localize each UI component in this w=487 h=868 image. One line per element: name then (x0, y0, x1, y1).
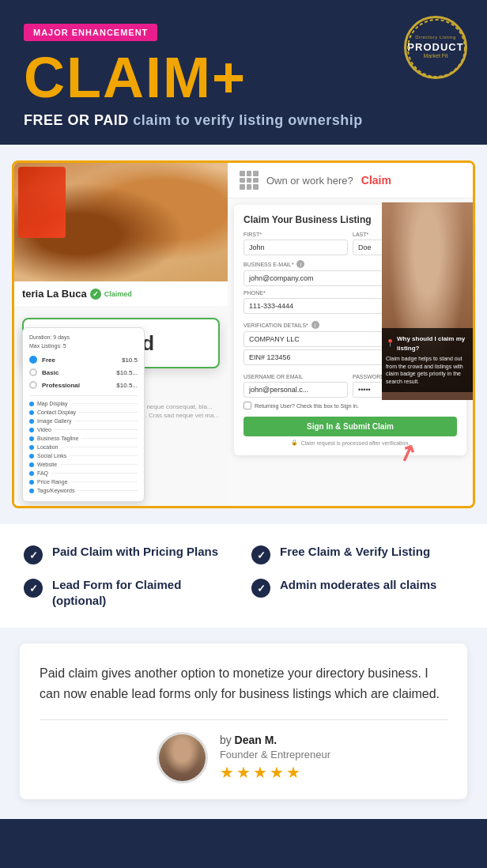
star-2: ★ (236, 763, 251, 782)
star-rating: ★ ★ ★ ★ ★ (220, 763, 330, 782)
pricing-row-basic: Basic $10.5... (29, 366, 138, 379)
listing-image (14, 163, 228, 281)
username-group: USERNAME OR EMAIL (244, 374, 348, 398)
submit-claim-button[interactable]: Sign In & Submit Claim (244, 417, 457, 436)
feature-faq: FAQ (29, 469, 138, 477)
why-claim-title: 📍 Why should I claim my listing? (386, 334, 466, 352)
feature-image-gallery: Image Gallery (29, 417, 138, 425)
author-by: by Dean M. (220, 734, 330, 746)
pricing-row-professional: Professional $10.5... (29, 379, 138, 391)
main-title: CLAIM+ (24, 49, 463, 106)
pricing-price-basic: $10.5... (116, 369, 138, 376)
pricing-label-free: Free (42, 357, 117, 364)
right-panel: Own or work here? Claim Claim Your Busin… (228, 163, 473, 506)
grid-icon (240, 171, 259, 190)
author-avatar (157, 732, 208, 783)
avatar-img (159, 734, 206, 781)
feature-label-1: Free Claim & Verify Listing (280, 544, 430, 560)
person-image: 📍 Why should I claim my listing? Claim b… (382, 202, 473, 400)
star-4: ★ (270, 763, 284, 782)
first-name-input[interactable] (244, 240, 348, 255)
feature-tags: Tags/Keywords (29, 486, 138, 495)
author-name: Dean M. (235, 734, 277, 746)
pricing-duration: Duration: 9 days (29, 334, 138, 340)
feature-label-0: Paid Claim with Pricing Plans (52, 544, 218, 560)
username-input[interactable] (244, 382, 348, 398)
returning-checkbox[interactable] (244, 402, 251, 409)
pricing-radio-basic[interactable] (29, 368, 37, 376)
quote-box: Paid claim gives another option to monet… (20, 643, 467, 799)
feature-label-3: Admin moderates all claims (280, 577, 436, 593)
verification-info-icon: i (311, 321, 319, 329)
feature-contact-display: Contact Display (29, 408, 138, 417)
returning-text: Returning User? Check this box to Sign i… (255, 403, 359, 409)
listing-info: teria La Buca ✓ Claimed (14, 281, 228, 306)
why-claim-box: 📍 Why should I claim my listing? Claim b… (382, 328, 473, 392)
header-section: MAJOR ENHANCEMENT Directory Listing PROD… (0, 0, 487, 145)
feature-social-links: Social Links (29, 451, 138, 460)
quote-author: by Dean M. Founder & Entrepreneur ★ ★ ★ … (40, 732, 447, 783)
pricing-label-professional: Professional (42, 382, 111, 389)
listing-name: teria La Buca ✓ Claimed (22, 288, 220, 300)
why-claim-text: Claim badge helps to stand out from the … (386, 355, 466, 386)
username-label: USERNAME OR EMAIL (244, 374, 348, 379)
feature-website: Website (29, 460, 138, 469)
first-name-group: FIRST* (244, 232, 348, 255)
svg-point-0 (408, 20, 465, 77)
quote-section: Paid claim gives another option to monet… (0, 628, 487, 819)
check-icon-3: ✓ (251, 579, 270, 598)
major-enhancement-badge: MAJOR ENHANCEMENT (24, 24, 157, 41)
verified-icon: ✓ (90, 289, 101, 300)
screenshot-section: teria La Buca ✓ Claimed ✓ Claimed Watch … (0, 145, 487, 524)
first-name-label: FIRST* (244, 232, 348, 237)
pricing-radio-free[interactable] (29, 356, 37, 364)
star-3: ★ (253, 763, 267, 782)
quote-divider (40, 719, 447, 720)
check-icon-2: ✓ (24, 579, 43, 598)
star-1: ★ (220, 763, 234, 782)
pricing-max-listings: Max Listings: 5 (29, 343, 138, 349)
feature-location: Location (29, 443, 138, 451)
check-icon-0: ✓ (24, 545, 43, 564)
feature-entry-1: ✓ Free Claim & Verify Listing (251, 544, 463, 564)
pricing-price-free: $10.5 (122, 357, 138, 364)
feature-map-display: Map Display (29, 399, 138, 408)
form-note-icon: 🔒 (291, 440, 298, 446)
claim-bar-link[interactable]: Claim (361, 174, 391, 187)
claim-bar: Own or work here? Claim (228, 163, 473, 198)
features-section: ✓ Paid Claim with Pricing Plans ✓ Free C… (0, 524, 487, 628)
check-icon-1: ✓ (251, 545, 270, 564)
feature-entry-2: ✓ Lead Form for Claimed (optional) (24, 577, 236, 608)
subtitle: FREE OR PAID claim to verify listing own… (24, 112, 463, 129)
form-note: 🔒 Claim request is processed after verif… (244, 440, 457, 446)
screenshot-container: teria La Buca ✓ Claimed ✓ Claimed Watch … (12, 160, 475, 508)
author-title: Founder & Entrepreneur (220, 749, 330, 760)
author-info: by Dean M. Founder & Entrepreneur ★ ★ ★ … (220, 734, 330, 782)
returning-user-row: Returning User? Check this box to Sign i… (244, 402, 457, 409)
star-5: ★ (286, 763, 300, 782)
pricing-panel: Duration: 9 days Max Listings: 5 Free $1… (22, 327, 145, 502)
award-badge: Directory Listing PRODUCT Market Fit (404, 16, 467, 79)
pricing-label-basic: Basic (42, 369, 111, 376)
left-panel: teria La Buca ✓ Claimed ✓ Claimed Watch … (14, 163, 228, 506)
feature-label-2: Lead Form for Claimed (optional) (52, 577, 236, 608)
feature-video: Video (29, 425, 138, 434)
feature-entry-3: ✓ Admin moderates all claims (251, 577, 463, 608)
pricing-row-free: Free $10.5 (29, 353, 138, 366)
pricing-radio-professional[interactable] (29, 381, 37, 389)
pricing-price-professional: $10.5... (116, 382, 138, 389)
feature-price-range: Price Range (29, 477, 138, 486)
feature-business-tagline: Business Tagline (29, 434, 138, 443)
quote-text: Paid claim gives another option to monet… (40, 663, 447, 704)
pin-icon: 📍 (386, 338, 395, 349)
feature-entry-0: ✓ Paid Claim with Pricing Plans (24, 544, 236, 564)
claim-bar-text: Own or work here? (266, 175, 353, 187)
email-info-icon: i (296, 260, 304, 268)
features-grid: ✓ Paid Claim with Pricing Plans ✓ Free C… (24, 544, 463, 608)
